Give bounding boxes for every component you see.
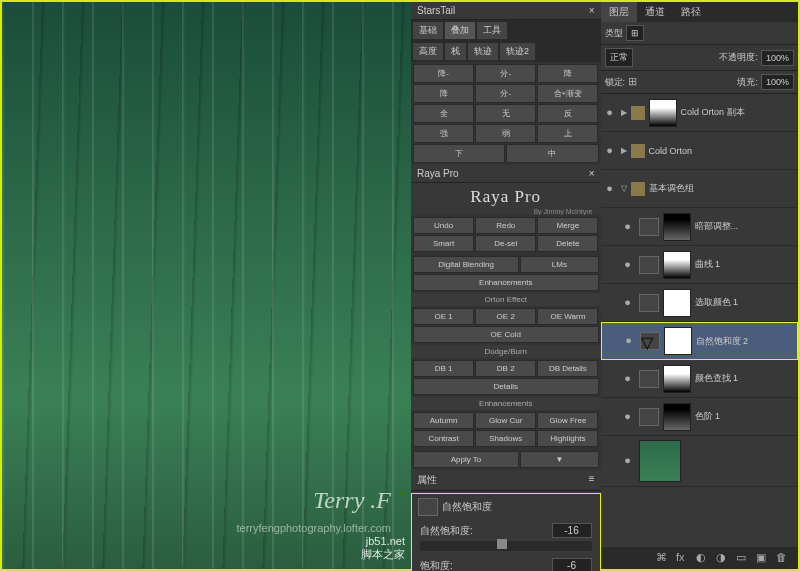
properties-header: 属性≡ <box>411 470 601 491</box>
visibility-icon[interactable]: ● <box>603 144 617 158</box>
visibility-icon[interactable]: ● <box>622 334 636 348</box>
folder-icon <box>631 182 645 196</box>
new-layer-icon[interactable]: ▣ <box>756 551 770 565</box>
visibility-icon[interactable]: ● <box>621 258 635 272</box>
mask-thumb[interactable] <box>663 289 691 317</box>
layer-row[interactable]: ● 选取颜色 1 <box>601 284 799 322</box>
smart-button[interactable]: Smart <box>413 235 474 252</box>
canvas-image[interactable]: Terry .F terryfengphotography.lofter.com… <box>2 2 411 569</box>
vibrance-input[interactable] <box>552 523 592 538</box>
saturation-input[interactable] <box>552 558 592 571</box>
fill-input[interactable]: 100% <box>761 74 794 90</box>
properties-panel: 自然饱和度 自然饱和度: 饱和度: <box>411 493 601 571</box>
vibrance-label: 自然饱和度: <box>420 524 480 538</box>
link-icon[interactable]: ⌘ <box>656 551 670 565</box>
tab-tools[interactable]: 工具 <box>477 22 507 39</box>
mask-thumb[interactable] <box>663 403 691 431</box>
adjustment-name: 自然饱和度 <box>442 500 492 514</box>
watermark-sub: terryfengphotography.lofter.com <box>236 522 391 534</box>
visibility-icon[interactable]: ● <box>603 182 617 196</box>
watermark-main: Terry .F <box>313 487 391 514</box>
tab-layers[interactable]: 图层 <box>601 2 637 22</box>
expand-icon[interactable]: ▶ <box>621 108 627 117</box>
visibility-icon[interactable]: ● <box>621 296 635 310</box>
tab-basic[interactable]: 基础 <box>413 22 443 39</box>
vibrance-icon <box>418 498 438 516</box>
menu-icon[interactable]: ≡ <box>589 473 595 487</box>
layers-tabs: 图层 通道 路径 <box>601 2 799 22</box>
color-lookup-icon <box>639 370 659 388</box>
visibility-icon[interactable]: ● <box>621 410 635 424</box>
starstail-grid: 降- 分- 降 降 分- 合+渐变 全 无 反 强 弱 上 下 中 <box>411 62 601 165</box>
tab-channels[interactable]: 通道 <box>637 2 673 22</box>
undo-button[interactable]: Undo <box>413 217 474 234</box>
expand-icon[interactable]: ▶ <box>621 146 627 155</box>
folder-icon <box>631 106 645 120</box>
mask-thumb[interactable] <box>649 99 677 127</box>
curves-icon <box>639 256 659 274</box>
vibrance-icon: ▽ <box>640 332 660 350</box>
starstail-tabs: 基础 叠加 工具 <box>411 20 601 41</box>
visibility-icon[interactable]: ● <box>621 372 635 386</box>
layers-list: ● ▶ Cold Orton 副本 ● ▶ Cold Orton ● ▽ 基本调… <box>601 94 799 547</box>
layer-row[interactable]: ● ▶ Cold Orton <box>601 132 799 170</box>
selective-color-icon <box>639 294 659 312</box>
levels-icon <box>639 408 659 426</box>
trash-icon[interactable]: 🗑 <box>776 551 790 565</box>
layer-row[interactable]: ● <box>601 436 799 487</box>
mask-thumb[interactable] <box>663 213 691 241</box>
adjustment-icon[interactable]: ◑ <box>716 551 730 565</box>
apply-to-button[interactable]: Apply To <box>413 451 519 468</box>
layer-row[interactable]: ● 曲线 1 <box>601 246 799 284</box>
layer-row[interactable]: ● 暗部调整... <box>601 208 799 246</box>
raya-header: Raya Pro× <box>411 165 601 183</box>
lock-icon[interactable]: ⊞ <box>628 75 642 89</box>
delete-button[interactable]: Delete <box>537 235 598 252</box>
layer-row[interactable]: ● 色阶 1 <box>601 398 799 436</box>
folder-icon <box>631 144 645 158</box>
saturation-label: 饱和度: <box>420 559 480 572</box>
collapse-icon[interactable]: ▽ <box>621 184 627 193</box>
close-icon[interactable]: × <box>589 168 595 179</box>
vibrance-slider[interactable] <box>420 541 592 551</box>
layer-row[interactable]: ● 颜色查找 1 <box>601 360 799 398</box>
starstail-row2: 高度 栈 轨迹 轨迹2 <box>411 41 601 62</box>
layer-row[interactable]: ● ▽ 基本调色组 <box>601 170 799 208</box>
adjustment-icon <box>639 218 659 236</box>
visibility-icon[interactable]: ● <box>603 106 617 120</box>
mask-thumb[interactable] <box>663 365 691 393</box>
opacity-input[interactable]: 100% <box>761 50 794 66</box>
watermark-site: jb51.net 脚本之家 <box>361 535 405 561</box>
filter-dropdown[interactable]: ⊞ <box>626 25 644 41</box>
tab-stack[interactable]: 叠加 <box>445 22 475 39</box>
desel-button[interactable]: De-sel <box>475 235 536 252</box>
visibility-icon[interactable]: ● <box>621 220 635 234</box>
chevron-down-icon[interactable]: ▼ <box>520 451 598 468</box>
group-icon[interactable]: ▭ <box>736 551 750 565</box>
starstail-header: StarsTail× <box>411 2 601 20</box>
visibility-icon[interactable]: ● <box>621 454 635 468</box>
layer-row[interactable]: ● ▽ 自然饱和度 2 <box>601 322 799 360</box>
layer-thumb[interactable] <box>639 440 681 482</box>
tab-paths[interactable]: 路径 <box>673 2 709 22</box>
layer-row[interactable]: ● ▶ Cold Orton 副本 <box>601 94 799 132</box>
merge-button[interactable]: Merge <box>537 217 598 234</box>
layers-footer: ⌘ fx ◐ ◑ ▭ ▣ 🗑 <box>601 547 799 569</box>
fx-icon[interactable]: fx <box>676 551 690 565</box>
blend-mode-dropdown[interactable]: 正常 <box>605 48 633 67</box>
mask-thumb[interactable] <box>663 251 691 279</box>
raya-title: Raya Pro <box>411 183 601 211</box>
close-icon[interactable]: × <box>589 5 595 16</box>
mask-icon[interactable]: ◐ <box>696 551 710 565</box>
redo-button[interactable]: Redo <box>475 217 536 234</box>
mask-thumb[interactable] <box>664 327 692 355</box>
raya-byline: By Jimmy McIntyre <box>411 208 601 215</box>
